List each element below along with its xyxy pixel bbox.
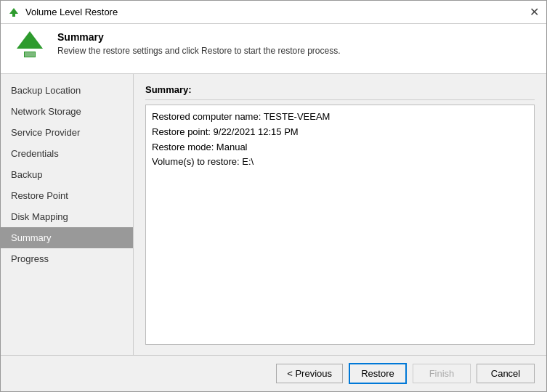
main-window: Volume Level Restore ✕ Summary Review th… — [0, 0, 547, 392]
sidebar-item-progress[interactable]: Progress — [1, 248, 133, 269]
sidebar-item-summary[interactable]: Summary — [1, 227, 133, 248]
content-area: Backup Location Network Storage Service … — [1, 74, 546, 355]
sidebar-item-restore-point[interactable]: Restore Point — [1, 185, 133, 206]
main-content: Summary: Restored computer name: TESTE-V… — [134, 74, 546, 355]
footer: < Previous Restore Finish Cancel — [1, 355, 546, 391]
previous-button[interactable]: < Previous — [276, 364, 343, 383]
arrow-bar-icon — [24, 52, 36, 57]
header-icon — [12, 31, 47, 66]
sidebar-item-backup-location[interactable]: Backup Location — [1, 80, 133, 101]
sidebar: Backup Location Network Storage Service … — [1, 74, 134, 355]
cancel-button[interactable]: Cancel — [477, 364, 535, 383]
header-subtitle: Review the restore settings and click Re… — [57, 46, 341, 56]
summary-line-3: Restore mode: Manual — [152, 140, 528, 155]
header-title: Summary — [57, 31, 341, 43]
summary-box: Restored computer name: TESTE-VEEAM Rest… — [145, 105, 535, 345]
header-text: Summary Review the restore settings and … — [57, 31, 341, 56]
header-section: Summary Review the restore settings and … — [1, 24, 546, 74]
title-bar: Volume Level Restore ✕ — [1, 1, 546, 24]
sidebar-item-credentials[interactable]: Credentials — [1, 143, 133, 164]
sidebar-item-disk-mapping[interactable]: Disk Mapping — [1, 206, 133, 227]
summary-label: Summary: — [145, 84, 535, 100]
arrow-up-icon — [17, 31, 43, 49]
finish-button: Finish — [413, 364, 471, 383]
restore-button[interactable]: Restore — [349, 363, 407, 384]
summary-line-4: Volume(s) to restore: E:\ — [152, 155, 528, 170]
summary-line-2: Restore point: 9/22/2021 12:15 PM — [152, 125, 528, 140]
sidebar-item-service-provider[interactable]: Service Provider — [1, 122, 133, 143]
summary-line-1: Restored computer name: TESTE-VEEAM — [152, 110, 528, 125]
window-title: Volume Level Restore — [25, 7, 118, 17]
close-button[interactable]: ✕ — [530, 7, 539, 18]
title-bar-left: Volume Level Restore — [8, 7, 118, 18]
window-icon — [8, 7, 20, 18]
sidebar-item-network-storage[interactable]: Network Storage — [1, 101, 133, 122]
sidebar-item-backup[interactable]: Backup — [1, 164, 133, 185]
svg-marker-0 — [9, 8, 18, 17]
